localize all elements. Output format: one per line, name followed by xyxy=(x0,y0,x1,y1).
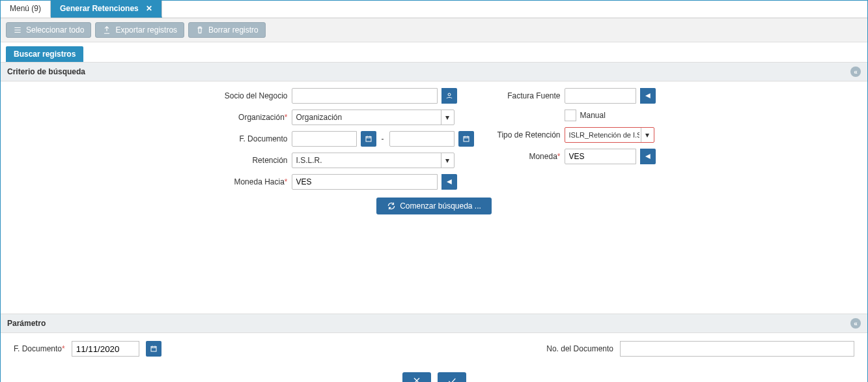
delete-button[interactable]: Borrar registro xyxy=(188,22,266,38)
factura-fuente-input[interactable] xyxy=(565,88,636,104)
section-header-parametro: Parámetro « xyxy=(1,314,867,333)
manual-checkbox[interactable] xyxy=(565,110,576,121)
label-param-f-documento: F. Documento xyxy=(14,344,65,353)
section-title-parametro: Parámetro xyxy=(7,319,46,328)
business-partner-input[interactable] xyxy=(292,88,438,104)
moneda-hacia-lookup-icon[interactable] xyxy=(441,174,457,190)
cancel-button[interactable] xyxy=(402,372,431,382)
param-calendar-icon[interactable] xyxy=(146,341,161,357)
param-doc-date-input[interactable] xyxy=(72,341,139,357)
calendar-to-icon[interactable] xyxy=(458,131,474,147)
svg-point-0 xyxy=(448,93,451,96)
svg-rect-2 xyxy=(464,137,469,142)
export-icon xyxy=(102,25,111,35)
label-moneda-hacia: Moneda Hacia xyxy=(213,178,288,186)
label-f-documento: F. Documento xyxy=(213,135,288,143)
collapse-parametro-icon[interactable]: « xyxy=(850,318,861,329)
chevron-down-icon[interactable]: ▾ xyxy=(641,128,654,142)
tipo-retencion-select[interactable]: ISLR_Retención de I.S.L. ▾ xyxy=(565,127,654,143)
toolbar: Seleccionar todo Exportar registros Borr… xyxy=(1,18,867,42)
svg-rect-3 xyxy=(151,347,156,352)
retencion-select[interactable]: I.S.L.R. ▾ xyxy=(292,153,455,168)
doc-date-from-input[interactable] xyxy=(292,131,357,147)
tab-strip: Menú (9) Generar Retenciones ✕ xyxy=(1,1,867,18)
trash-icon xyxy=(195,25,204,35)
close-icon xyxy=(412,375,422,382)
moneda-lookup-icon[interactable] xyxy=(640,149,656,164)
factura-fuente-lookup-icon[interactable] xyxy=(640,88,656,104)
begin-search-button[interactable]: Comenzar búsqueda ... xyxy=(376,198,492,214)
section-header-criteria: Criterio de búsqueda « xyxy=(1,62,867,81)
label-no-documento: No. del Documento xyxy=(546,344,613,353)
calendar-from-icon[interactable] xyxy=(361,131,376,147)
organizacion-select[interactable]: Organización ▾ xyxy=(292,110,455,125)
date-range-dash: - xyxy=(380,134,385,143)
label-socio-negocio: Socio del Negocio xyxy=(213,92,288,100)
tab-menu[interactable]: Menú (9) xyxy=(1,1,51,18)
tab-buscar-registros[interactable]: Buscar registros xyxy=(6,46,83,62)
tab-generar-retenciones[interactable]: Generar Retenciones ✕ xyxy=(51,1,162,18)
check-icon xyxy=(447,375,457,382)
moneda-hacia-input[interactable] xyxy=(292,174,438,190)
collapse-criteria-icon[interactable]: « xyxy=(850,66,861,77)
confirm-button[interactable] xyxy=(438,372,466,382)
export-button[interactable]: Exportar registros xyxy=(95,22,184,38)
chevron-down-icon[interactable]: ▾ xyxy=(441,153,454,168)
list-icon xyxy=(13,25,22,35)
label-moneda: Moneda xyxy=(486,153,561,161)
section-title-criteria: Criterio de búsqueda xyxy=(7,67,85,76)
label-factura-fuente: Factura Fuente xyxy=(486,92,561,100)
moneda-input[interactable] xyxy=(565,149,636,164)
refresh-icon xyxy=(387,201,396,211)
doc-date-to-input[interactable] xyxy=(389,131,455,147)
label-retencion: Retención xyxy=(213,156,288,165)
no-documento-input[interactable] xyxy=(620,341,854,357)
chevron-down-icon[interactable]: ▾ xyxy=(441,110,454,125)
close-tab-icon[interactable]: ✕ xyxy=(146,4,152,13)
label-manual: Manual xyxy=(580,111,606,120)
select-all-button[interactable]: Seleccionar todo xyxy=(6,22,91,38)
business-partner-lookup-icon[interactable] xyxy=(441,88,457,104)
label-tipo-retencion: Tipo de Retención xyxy=(486,131,561,140)
svg-rect-1 xyxy=(366,137,371,142)
label-organizacion: Organización xyxy=(213,113,288,122)
